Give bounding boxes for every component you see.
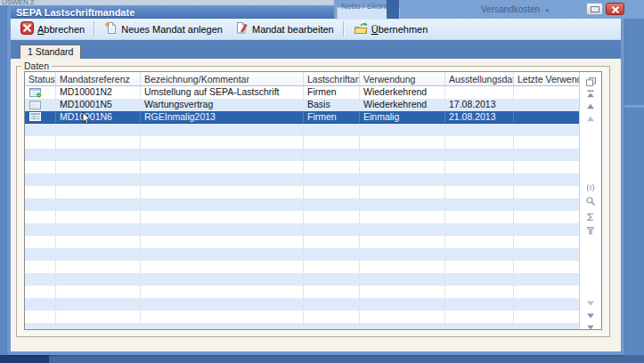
empty-row bbox=[25, 136, 580, 149]
row-down-icon[interactable] bbox=[584, 309, 597, 319]
cell-bezeichnung[interactable]: Umstellung auf SEPA-Lastschrift bbox=[141, 86, 304, 99]
tab-standard[interactable]: 1 Standard bbox=[20, 44, 81, 59]
cell-ausstellungsdatum[interactable]: 17.08.2013 bbox=[445, 99, 514, 111]
sum-icon[interactable] bbox=[584, 210, 597, 221]
scroll-top-icon[interactable] bbox=[584, 87, 597, 98]
mandate-row-selected[interactable]: MD10001N6 RGEInmalig2013 Firmen Einmalig… bbox=[25, 111, 580, 124]
mandate-plain-icon bbox=[25, 99, 56, 111]
background-bottom-strip bbox=[0, 355, 644, 363]
mandat-bearbeiten-button[interactable]: Mandat bearbeiten bbox=[229, 19, 340, 39]
empty-row bbox=[25, 186, 580, 198]
empty-row bbox=[25, 211, 580, 223]
restore-icon bbox=[591, 6, 599, 12]
restore-button[interactable] bbox=[586, 3, 603, 15]
tab-strip: 1 Standard bbox=[11, 40, 621, 59]
column-header-verwendung[interactable]: Verwendung bbox=[360, 72, 445, 85]
apply-folder-icon bbox=[354, 21, 368, 36]
dialog-content: Daten Status Mandatsreferenz Bezeichnung… bbox=[11, 59, 621, 351]
cell-verwendung[interactable]: Einmalig bbox=[360, 111, 445, 123]
background-right-strip bbox=[624, 19, 644, 355]
mandate-active-icon bbox=[25, 86, 56, 99]
cell-lastschriftart[interactable]: Basis bbox=[304, 99, 360, 111]
background-overlay-panel: Netto / Skonto Versandkosten bbox=[334, 0, 644, 19]
cell-mandatsreferenz[interactable]: MD10001N5 bbox=[56, 99, 141, 111]
cell-verwendung[interactable]: Wiederkehrend bbox=[360, 86, 445, 99]
column-header-ausstellungsdatum[interactable]: Ausstellungsdatum bbox=[445, 72, 514, 85]
screen: { "background": { "top_left_fragment": "… bbox=[0, 0, 644, 363]
empty-row bbox=[25, 323, 580, 329]
empty-row bbox=[25, 248, 580, 261]
background-divider-bar bbox=[387, 0, 399, 19]
cell-ausstellungsdatum[interactable]: 21.08.2013 bbox=[445, 111, 514, 123]
table-side-toolbar bbox=[579, 72, 601, 329]
empty-row bbox=[25, 311, 580, 323]
empty-row bbox=[25, 286, 580, 298]
empty-row bbox=[25, 124, 580, 136]
empty-row bbox=[25, 198, 580, 211]
filter-icon[interactable] bbox=[584, 223, 597, 234]
empty-row bbox=[25, 298, 580, 311]
search-icon[interactable] bbox=[584, 194, 597, 205]
empty-row bbox=[25, 261, 580, 273]
column-header-bezeichnung[interactable]: Bezeichnung/Kommentar bbox=[141, 72, 304, 85]
cell-mandatsreferenz[interactable]: MD10001N6 bbox=[56, 111, 141, 123]
abbrechen-button[interactable]: Abbrechen bbox=[14, 19, 91, 39]
cell-verwendung[interactable]: Wiederkehrend bbox=[360, 99, 445, 111]
empty-row bbox=[25, 173, 580, 186]
cancel-icon bbox=[20, 21, 34, 36]
background-dot bbox=[546, 9, 549, 12]
cell-lastschriftart[interactable]: Firmen bbox=[304, 111, 360, 123]
versandkosten-label: Versandkosten bbox=[481, 4, 540, 14]
empty-row bbox=[25, 273, 580, 286]
mandates-grid: Status Mandatsreferenz Bezeichnung/Komme… bbox=[25, 72, 580, 329]
dialog-toolbar: Abbrechen Neues Mandat anlegen bbox=[11, 19, 621, 40]
close-button[interactable] bbox=[606, 3, 624, 15]
mandate-row[interactable]: MD10001N2 Umstellung auf SEPA-Lastschrif… bbox=[25, 86, 580, 99]
row-up-alt-icon[interactable] bbox=[584, 112, 597, 123]
background-bottom-dark-block bbox=[0, 355, 49, 363]
dialog-title: SEPA Lastschriftmandate bbox=[16, 7, 135, 18]
cell-bezeichnung[interactable]: RGEInmalig2013 bbox=[141, 111, 304, 123]
mouse-cursor bbox=[82, 112, 93, 125]
column-chooser-icon[interactable] bbox=[584, 75, 597, 85]
empty-row bbox=[25, 236, 580, 248]
daten-group-label: Daten bbox=[21, 60, 52, 71]
table-header-row: Status Mandatsreferenz Bezeichnung/Komme… bbox=[25, 72, 580, 86]
mandates-table: Status Mandatsreferenz Bezeichnung/Komme… bbox=[24, 71, 602, 330]
column-header-mandatsreferenz[interactable]: Mandatsreferenz bbox=[56, 72, 141, 85]
background-notch bbox=[624, 105, 644, 108]
sepa-mandate-dialog: SEPA Lastschriftmandate Abbrechen bbox=[7, 5, 624, 355]
toolbar-separator bbox=[94, 21, 95, 36]
edit-document-icon bbox=[235, 21, 249, 36]
column-header-letzte-verwendung[interactable]: Letzte Verwendung bbox=[514, 72, 580, 85]
fit-width-icon[interactable] bbox=[584, 181, 597, 191]
new-document-icon bbox=[104, 21, 118, 36]
cell-ausstellungsdatum[interactable] bbox=[445, 86, 514, 99]
cell-letzte-verwendung[interactable] bbox=[514, 111, 580, 123]
cell-letzte-verwendung[interactable] bbox=[514, 99, 580, 111]
row-down-alt-icon[interactable] bbox=[584, 296, 597, 307]
cell-bezeichnung[interactable]: Wartungsvertrag bbox=[141, 99, 304, 111]
uebernehmen-button[interactable]: Übernehmen bbox=[347, 19, 435, 39]
column-header-lastschriftart[interactable]: Lastschriftart bbox=[304, 72, 360, 85]
empty-row bbox=[25, 161, 580, 173]
scroll-bottom-icon[interactable] bbox=[584, 321, 597, 330]
empty-row bbox=[25, 149, 580, 161]
toolbar-separator bbox=[343, 21, 345, 36]
empty-row bbox=[25, 223, 580, 236]
mandate-row[interactable]: MD10001N5 Wartungsvertrag Basis Wiederke… bbox=[25, 99, 580, 111]
netto-skonto-label: Netto / Skonto bbox=[341, 2, 392, 11]
cell-letzte-verwendung[interactable] bbox=[514, 86, 580, 99]
column-header-status[interactable]: Status bbox=[25, 72, 56, 85]
cell-lastschriftart[interactable]: Firmen bbox=[304, 86, 360, 99]
row-up-icon[interactable] bbox=[584, 100, 597, 110]
cell-mandatsreferenz[interactable]: MD10001N2 bbox=[56, 86, 141, 99]
neues-mandat-anlegen-button[interactable]: Neues Mandat anlegen bbox=[98, 19, 229, 39]
mandate-selected-icon bbox=[25, 111, 56, 123]
